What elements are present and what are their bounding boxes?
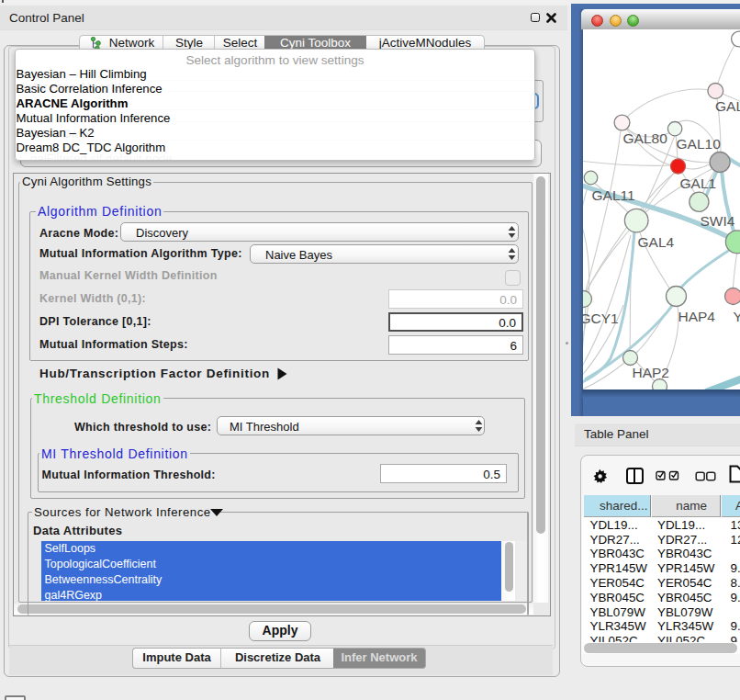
svg-text:GCY1: GCY1 <box>583 310 619 325</box>
svg-text:GAL1: GAL1 <box>679 175 716 191</box>
svg-text:GAL80: GAL80 <box>622 130 667 145</box>
svg-text:GAL8: GAL8 <box>715 97 740 113</box>
svg-text:GAL11: GAL11 <box>591 186 634 202</box>
svg-text:Y: Y <box>733 309 740 324</box>
svg-text:SWI4: SWI4 <box>700 212 734 228</box>
svg-text:HAP4: HAP4 <box>678 309 715 324</box>
svg-text:GAL4: GAL4 <box>637 233 674 249</box>
svg-text:HAP2: HAP2 <box>632 365 669 380</box>
svg-text:GAL10: GAL10 <box>676 136 721 152</box>
